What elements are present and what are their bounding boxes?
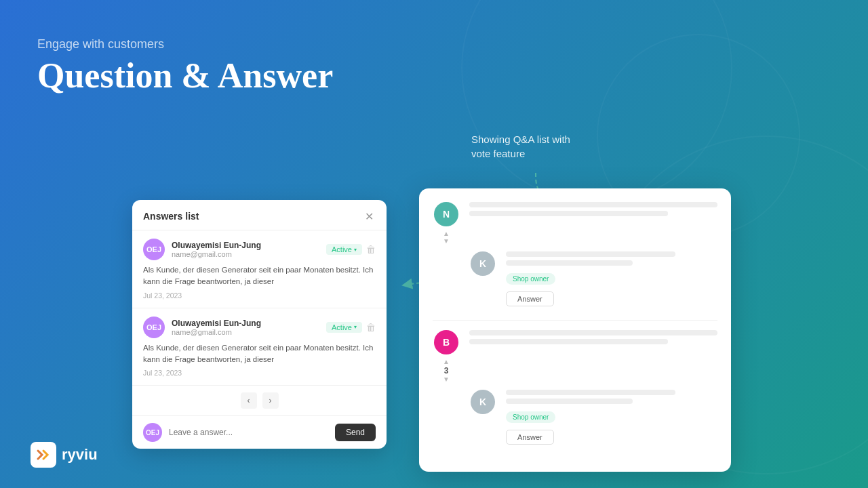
avatar-1: OEJ	[143, 239, 165, 260]
header-title: Question & Answer	[37, 56, 333, 96]
answer-top-1: OEJ Oluwayemisi Eun-Jung name@gmail.com …	[143, 239, 376, 260]
vote-up-1[interactable]: ▲	[443, 230, 450, 237]
qa-divider	[433, 320, 717, 321]
logo-svg	[35, 447, 52, 463]
answer-text-2: Als Kunde, der diesen Generator seit ein…	[143, 342, 376, 366]
answer-date-2: Jul 23, 2023	[143, 369, 376, 377]
vote-up-2[interactable]: ▲	[443, 359, 450, 365]
header-section: Engage with customers Question & Answer	[37, 37, 333, 96]
qa-answer-content-1: Shop owner Answer	[506, 251, 717, 306]
answer-user-1: OEJ Oluwayemisi Eun-Jung name@gmail.com	[143, 239, 261, 260]
vote-control-2: ▲ 3 ▼	[443, 359, 450, 383]
user-name-1: Oluwayemisi Eun-Jung	[172, 241, 261, 250]
status-badge-2[interactable]: Active ▾	[326, 322, 362, 333]
qa-avatar-k-1: K	[471, 251, 495, 276]
panel-title: Answers list	[143, 211, 199, 222]
shop-owner-badge-2: Shop owner	[506, 407, 717, 427]
qa-answer-content-2: Shop owner Answer	[506, 390, 717, 445]
content-line	[506, 399, 633, 404]
user-info-2: Oluwayemisi Eun-Jung name@gmail.com	[172, 319, 261, 336]
answer-user-2: OEJ Oluwayemisi Eun-Jung name@gmail.com	[143, 317, 261, 338]
content-line	[469, 211, 668, 216]
qa-avatar-k-2: K	[471, 390, 495, 414]
user-info-1: Oluwayemisi Eun-Jung name@gmail.com	[172, 241, 261, 258]
content-line	[506, 251, 675, 257]
qa-row-2: B ▲ 3 ▼	[433, 330, 717, 383]
panel-footer: OEJ Send	[132, 415, 387, 449]
qa-answer-left-1: K	[469, 251, 496, 277]
footer-avatar: OEJ	[143, 423, 162, 442]
chevron-down-icon: ▾	[354, 247, 357, 253]
qa-avatar-n: N	[434, 202, 458, 226]
shop-owner-badge-1: Shop owner	[506, 269, 717, 289]
qa-content-2	[469, 330, 717, 348]
user-email-2: name@gmail.com	[172, 328, 261, 336]
answer-date-1: Jul 23, 2023	[143, 291, 376, 300]
header-subtitle: Engage with customers	[37, 37, 333, 52]
qa-content-1	[469, 202, 717, 220]
qa-left-2: B ▲ 3 ▼	[433, 330, 460, 383]
answer-item-2: OEJ Oluwayemisi Eun-Jung name@gmail.com …	[132, 308, 387, 386]
qa-answer-left-2: K	[469, 390, 496, 415]
content-line	[506, 260, 633, 266]
vote-down-2[interactable]: ▼	[443, 376, 450, 383]
content-line	[506, 390, 675, 395]
answer-actions-1: Active ▾ 🗑	[326, 244, 376, 255]
avatar-2: OEJ	[143, 317, 165, 338]
annotation-bubble: Showing Q&A list with vote feature	[471, 132, 587, 161]
qa-answer-row-2: K Shop owner Answer	[469, 390, 717, 445]
answer-text-1: Als Kunde, der diesen Generator seit ein…	[143, 264, 376, 288]
next-page-button[interactable]: ›	[262, 392, 279, 409]
answers-panel: Answers list ✕ OEJ Oluwayemisi Eun-Jung …	[132, 200, 387, 449]
qa-answer-row-1: K Shop owner Answer	[469, 251, 717, 306]
close-button[interactable]: ✕	[362, 209, 376, 223]
content-line	[469, 202, 717, 207]
qa-left-1: N ▲ ▼	[433, 202, 460, 245]
answer-top-2: OEJ Oluwayemisi Eun-Jung name@gmail.com …	[143, 317, 376, 338]
vote-control-1: ▲ ▼	[443, 230, 450, 245]
status-badge-1[interactable]: Active ▾	[326, 244, 362, 255]
delete-button-2[interactable]: 🗑	[366, 322, 376, 333]
logo: ryviu	[31, 442, 98, 468]
leave-answer-input[interactable]	[169, 428, 328, 437]
answer-button-2[interactable]: Answer	[506, 430, 554, 445]
user-name-2: Oluwayemisi Eun-Jung	[172, 319, 261, 328]
answer-button-1[interactable]: Answer	[506, 291, 554, 306]
pagination: ‹ ›	[132, 386, 387, 415]
vote-count-2: 3	[444, 366, 449, 375]
panel-header: Answers list ✕	[132, 200, 387, 230]
logo-icon	[31, 442, 56, 468]
qa-row-1: N ▲ ▼	[433, 202, 717, 245]
vote-down-1[interactable]: ▼	[443, 238, 450, 245]
send-button[interactable]: Send	[335, 424, 376, 441]
delete-button-1[interactable]: 🗑	[366, 244, 376, 255]
answer-item: OEJ Oluwayemisi Eun-Jung name@gmail.com …	[132, 230, 387, 308]
annotation-text: Showing Q&A list with vote feature	[471, 134, 570, 159]
content-line	[469, 339, 668, 344]
chevron-down-icon-2: ▾	[354, 324, 357, 330]
qa-panel: N ▲ ▼ K Shop owner Answer B	[419, 188, 731, 472]
logo-text: ryviu	[62, 446, 98, 464]
user-email-1: name@gmail.com	[172, 250, 261, 258]
prev-page-button[interactable]: ‹	[241, 392, 257, 409]
answer-actions-2: Active ▾ 🗑	[326, 322, 376, 333]
content-line	[469, 330, 717, 336]
qa-avatar-b: B	[434, 330, 458, 354]
